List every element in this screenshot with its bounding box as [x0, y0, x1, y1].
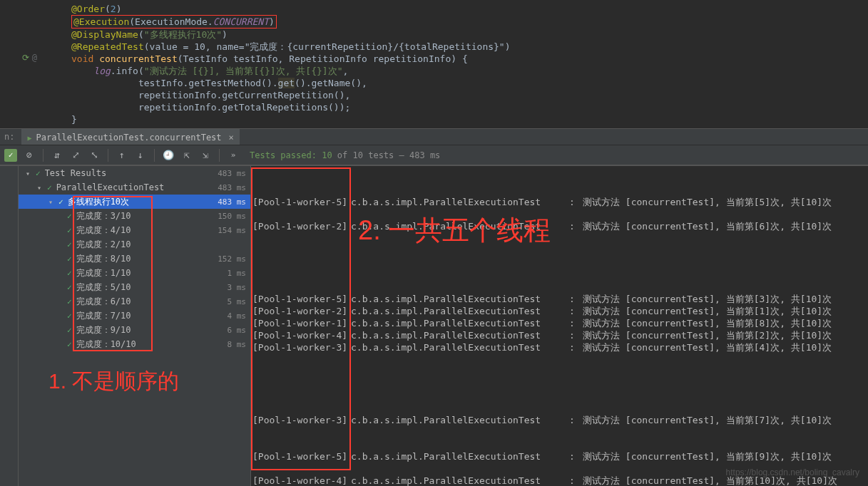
show-passed-icon[interactable]: ✓ [4, 149, 17, 162]
check-icon: ✓ [67, 269, 72, 278]
tree-group[interactable]: ▾✓多线程执行10次 483 ms [19, 195, 250, 209]
code-editor[interactable]: ⟳@ @Order(2) @Execution(ExecutionMode.CO… [0, 0, 868, 128]
tree-item-label: 完成度：3/10 [76, 210, 131, 222]
tree-item-label: 完成度：2/10 [76, 239, 131, 251]
console-line: [Pool-1-worker-5]c.b.a.s.impl.ParallelEx… [252, 293, 867, 305]
tree-item-label: 完成度：9/10 [76, 324, 131, 336]
chevron-down-icon[interactable]: ▾ [47, 198, 54, 206]
tree-item-ms: 3 ms [228, 283, 247, 292]
tree-root[interactable]: ▾✓Test Results 483 ms [19, 166, 250, 180]
run-gutter-icon[interactable]: ⟳ [22, 53, 29, 63]
tree-class[interactable]: ▾✓ParallelExecutionTest 483 ms [19, 180, 250, 195]
tree-item[interactable]: ✓完成度：3/10150 ms [19, 209, 250, 223]
at-gutter-icon: @ [32, 53, 37, 63]
console-output[interactable]: [Pool-1-worker-5]c.b.a.s.impl.ParallelEx… [251, 166, 868, 486]
tree-item[interactable]: ✓完成度：5/103 ms [19, 280, 250, 294]
code-lines[interactable]: @Order(2) @Execution(ExecutionMode.CONCU… [43, 0, 868, 128]
tree-item-ms: 4 ms [228, 311, 247, 321]
check-icon: ✓ [36, 169, 41, 178]
annotation-text-2: 2. 一共五个线程 [358, 224, 551, 237]
show-ignored-icon[interactable]: ⊘ [23, 149, 36, 162]
tree-item-ms: 150 ms [218, 212, 246, 221]
check-icon: ✓ [67, 240, 72, 249]
chevron-down-icon[interactable]: ▾ [24, 170, 31, 177]
expand-icon[interactable]: ⤢ [69, 149, 82, 162]
tree-item-label: 完成度：4/10 [76, 224, 131, 237]
tree-item[interactable]: ✓完成度：1/101 ms [19, 266, 250, 280]
tree-item-ms: 8 ms [228, 340, 247, 349]
tree-item-ms: 5 ms [228, 297, 247, 306]
tree-item-label: 完成度：8/10 [76, 253, 131, 265]
tree-item[interactable]: ✓完成度：4/10154 ms [19, 223, 250, 237]
check-icon: ✓ [67, 226, 72, 235]
results-area: ▾✓Test Results 483 ms ▾✓ParallelExecutio… [0, 165, 868, 486]
editor-gutter: ⟳@ [0, 0, 43, 128]
console-line: [Pool-1-worker-2]c.b.a.s.impl.ParallelEx… [252, 305, 867, 317]
check-icon: ✓ [67, 212, 72, 221]
tree-item[interactable]: ✓完成度：9/106 ms [19, 323, 250, 337]
check-icon: ✓ [67, 311, 72, 321]
tree-item-ms: 6 ms [228, 326, 247, 335]
tree-item[interactable]: ✓完成度：6/105 ms [19, 294, 250, 309]
history-icon[interactable]: 🕘 [162, 149, 175, 162]
check-icon: ✓ [67, 340, 72, 349]
run-tab-label: ParallelExecutionTest.concurrentTest [36, 133, 221, 143]
check-icon: ✓ [58, 197, 63, 207]
tree-item-label: 完成度：1/10 [76, 267, 131, 279]
scroll-icon[interactable]: » [227, 149, 240, 162]
tree-item-label: 完成度：10/10 [76, 338, 136, 351]
sort-icon[interactable]: ⇵ [51, 149, 63, 162]
tree-item[interactable]: ✓完成度：8/10152 ms [19, 252, 250, 266]
console-line: [Pool-1-worker-5]c.b.a.s.impl.ParallelEx… [252, 450, 867, 462]
console-line: [Pool-1-worker-3]c.b.a.s.impl.ParallelEx… [252, 414, 867, 426]
import-icon[interactable]: ⇱ [180, 149, 193, 162]
tree-item-label: 完成度：5/10 [76, 281, 131, 294]
console-line: [Pool-1-worker-3]c.b.a.s.impl.ParallelEx… [252, 341, 867, 353]
tree-item-label: 完成度：6/10 [76, 296, 131, 308]
close-icon[interactable]: × [229, 133, 234, 143]
tree-item-ms: 154 ms [218, 226, 246, 235]
test-tree[interactable]: ▾✓Test Results 483 ms ▾✓ParallelExecutio… [19, 166, 251, 486]
tree-item[interactable]: ✓完成度：2/10 [19, 237, 250, 252]
console-line: [Pool-1-worker-1]c.b.a.s.impl.ParallelEx… [252, 317, 867, 329]
chevron-down-icon[interactable]: ▾ [36, 184, 43, 192]
console-line: [Pool-1-worker-5]c.b.a.s.impl.ParallelEx… [252, 196, 867, 208]
tree-item-label: 完成度：7/10 [76, 310, 131, 322]
run-toolbar: ✓ ⊘ ⇵ ⤢ ⤡ ↑ ↓ 🕘 ⇱ ⇲ » Tests passed: 10 o… [0, 145, 868, 165]
collapse-icon[interactable]: ⤡ [88, 149, 101, 162]
watermark: https://blog.csdn.net/boling_cavalry [726, 467, 859, 479]
run-prefix-label: n: [4, 132, 14, 142]
side-toolbar [0, 166, 19, 486]
next-icon[interactable]: ↓ [134, 149, 147, 162]
console-line: [Pool-1-worker-4]c.b.a.s.impl.ParallelEx… [252, 329, 867, 341]
tree-item-ms: 152 ms [218, 254, 246, 264]
check-icon: ✓ [67, 326, 72, 335]
tree-item-ms: 1 ms [228, 269, 247, 278]
export-icon[interactable]: ⇲ [199, 149, 212, 162]
check-icon: ✓ [47, 183, 52, 192]
check-icon: ✓ [67, 283, 72, 292]
run-tab-bar: n: ▶ ParallelExecutionTest.concurrentTes… [0, 128, 868, 145]
tree-item[interactable]: ✓完成度：7/104 ms [19, 309, 250, 323]
prev-icon[interactable]: ↑ [116, 149, 128, 162]
check-icon: ✓ [67, 297, 72, 306]
run-tab-icon: ▶ [27, 134, 31, 142]
run-tab[interactable]: ▶ ParallelExecutionTest.concurrentTest × [21, 129, 239, 145]
annotation-text-1: 1. 不是顺序的 [48, 367, 179, 396]
check-icon: ✓ [67, 254, 72, 264]
test-status: Tests passed: 10 of 10 tests – 483 ms [250, 150, 440, 160]
console-line: [Pool-1-worker-2]c.b.a.s.impl.ParallelEx… [252, 220, 867, 232]
tree-item[interactable]: ✓完成度：10/108 ms [19, 337, 250, 351]
